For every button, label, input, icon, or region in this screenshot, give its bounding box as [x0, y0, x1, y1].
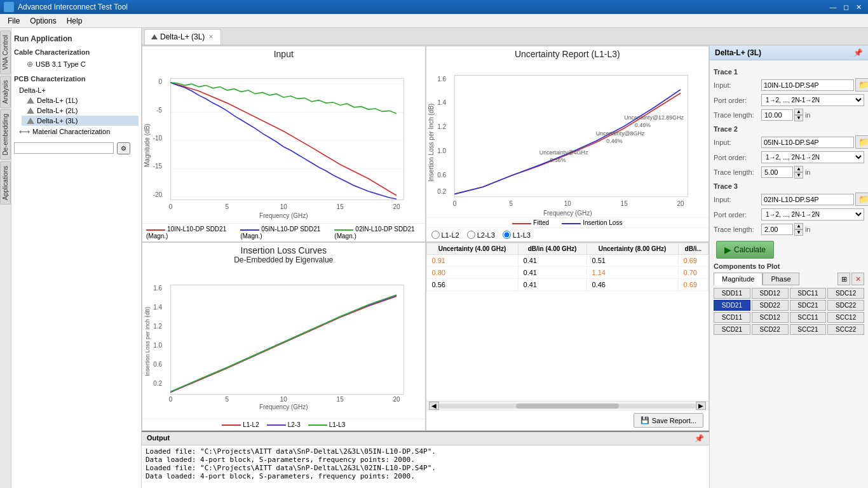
config-panel-title: Delta-L+ (3L) — [715, 48, 761, 57]
comp-scc12[interactable]: SCC12 — [827, 312, 864, 323]
comp-sdc21[interactable]: SDC21 — [790, 300, 827, 311]
trace3-spin-up[interactable]: ▲ — [794, 223, 803, 229]
nav-delta-l-plus[interactable]: Delta-L+ — [14, 85, 139, 95]
trace1-file-button[interactable]: 📁 — [855, 78, 868, 92]
trace3-spin-down[interactable]: ▼ — [794, 229, 803, 236]
trace2-spin-down[interactable]: ▼ — [794, 172, 803, 179]
comp-scd12[interactable]: SCD12 — [752, 312, 789, 323]
nav-delta-l-3l[interactable]: Delta-L+ (3L) — [22, 116, 139, 126]
minimize-button[interactable]: — — [827, 3, 839, 11]
radio-l1l3-input[interactable] — [503, 231, 511, 239]
comp-scc11[interactable]: SCC11 — [790, 312, 827, 323]
table-icon-button[interactable]: ⊞ — [837, 273, 850, 285]
nav-delta-l-1l[interactable]: Delta-L+ (1L) — [22, 95, 139, 105]
calculate-label: Calculate — [734, 245, 766, 254]
comp-scd11[interactable]: SCD11 — [714, 312, 750, 323]
vtab-deembedding[interactable]: De-embedding — [0, 109, 11, 160]
unc-legend-blue: Insertion Loss — [562, 219, 622, 226]
uncertainty-chart-body: 1.6 1.4 1.2 1.0 0.6 0.2 Insertion Loss p… — [426, 60, 709, 217]
vtab-analysis[interactable]: Analysis — [0, 76, 11, 108]
svg-text:Insertion Loss per Inch (dB): Insertion Loss per Inch (dB) — [144, 307, 151, 376]
delete-icon-button[interactable]: ✕ — [851, 273, 864, 285]
trace1-length-input[interactable] — [761, 109, 793, 121]
config-pin-button[interactable]: 📌 — [853, 48, 863, 57]
unc-legend-red: Fitted — [512, 219, 549, 226]
vtab-applications[interactable]: Applications — [0, 161, 11, 205]
run-app-header: Run Application — [14, 34, 139, 43]
trace3-port-select[interactable]: 1→2, ..., 2N-1→2N — [761, 208, 864, 220]
comp-sdd11[interactable]: SDD11 — [714, 288, 750, 299]
trace2-port-row: Port order: 1→2, ..., 2N-1→2N — [714, 151, 864, 163]
menu-help[interactable]: Help — [62, 15, 88, 27]
insertion-loss-chart-body: 1.6 1.4 1.2 1.0 0.6 0.2 Insertion Loss p… — [142, 264, 425, 419]
radio-l2l3-input[interactable] — [467, 231, 475, 239]
maximize-button[interactable]: ◻ — [840, 3, 851, 11]
comp-sdd22[interactable]: SDD22 — [752, 300, 789, 311]
comp-sdc22[interactable]: SDC22 — [827, 300, 864, 311]
nav-material-char[interactable]: ⟷ Material Characterization — [14, 126, 139, 137]
svg-text:-10: -10 — [153, 135, 163, 142]
save-report-button[interactable]: 💾 Save Report... — [634, 413, 703, 428]
trace2-input-field[interactable] — [761, 137, 854, 148]
radio-l1l3[interactable]: L1-L3 — [503, 231, 531, 239]
trace2-port-select[interactable]: 1→2, ..., 2N-1→2N — [761, 151, 864, 163]
svg-text:1.4: 1.4 — [153, 304, 162, 311]
vertical-tabs: VNA Control Analysis De-embedding Applic… — [0, 28, 11, 488]
save-report-label: Save Report... — [652, 417, 696, 424]
trace3-length-with-unit: ▲ ▼ in — [761, 223, 810, 236]
radio-l1l2-input[interactable] — [431, 231, 440, 239]
scroll-right-button[interactable]: ▶ — [696, 402, 706, 410]
phase-tab[interactable]: Phase — [763, 273, 799, 285]
nav-usb[interactable]: ⊕ USB 3.1 Type C — [22, 58, 139, 70]
comp-scc21[interactable]: SCC21 — [790, 324, 827, 335]
scroll-thumb[interactable] — [516, 403, 619, 409]
comp-sdc12[interactable]: SDC12 — [827, 288, 864, 299]
radio-l1l2[interactable]: L1-L2 — [431, 231, 459, 239]
trace3-spinner: ▲ ▼ — [794, 223, 803, 236]
window-controls: — ◻ ✕ — [827, 3, 864, 11]
comp-sdd21[interactable]: SDD21 — [714, 300, 750, 311]
output-pin-button[interactable]: 📌 — [695, 434, 704, 443]
trace1-input-field[interactable] — [761, 79, 854, 91]
menu-file[interactable]: File — [3, 15, 25, 27]
comp-sdd12[interactable]: SDD12 — [752, 288, 789, 299]
tab-delta-l-3l[interactable]: Delta-L+ (3L) × — [144, 29, 221, 44]
vtab-vna-control[interactable]: VNA Control — [0, 30, 11, 74]
trace1-length-row: Trace length: ▲ ▼ in — [714, 109, 864, 121]
nav-search-input[interactable] — [14, 142, 114, 154]
tab-close-button[interactable]: × — [207, 32, 214, 41]
scroll-left-button[interactable]: ◀ — [429, 402, 439, 410]
comp-sdc11[interactable]: SDC11 — [790, 288, 827, 299]
svg-text:5: 5 — [509, 200, 513, 207]
components-section: Components to Plot Magnitude Phase ⊞ ✕ — [714, 262, 864, 335]
comp-scd21[interactable]: SCD21 — [714, 324, 750, 335]
trace1-spin-down[interactable]: ▼ — [794, 115, 803, 121]
menu-options[interactable]: Options — [25, 15, 61, 27]
pcb-char-header: PCB Characterization — [14, 75, 139, 83]
calculate-button[interactable]: ▶ Calculate — [716, 241, 774, 259]
cell-3-2: 0.41 — [518, 279, 587, 291]
trace3-input-field[interactable] — [761, 194, 854, 205]
radio-l2l3[interactable]: L2-L3 — [467, 231, 495, 239]
trace3-length-input[interactable] — [761, 224, 793, 235]
components-header: Components to Plot — [714, 262, 864, 270]
svg-text:1.2: 1.2 — [437, 123, 446, 130]
trace3-file-button[interactable]: 📁 — [855, 193, 868, 206]
tab-label: Delta-L+ (3L) — [160, 32, 205, 41]
cell-2-1: 0.80 — [426, 267, 518, 279]
nav-settings-button[interactable]: ⚙ — [117, 142, 130, 154]
nav-delta-l-2l[interactable]: Delta-L+ (2L) — [22, 105, 139, 116]
trace1-port-select[interactable]: 1→2, ..., 2N-1→2N — [761, 94, 864, 106]
table-row: 0.91 0.41 0.51 0.69 — [426, 255, 709, 267]
trace2-length-input[interactable] — [761, 166, 793, 178]
comp-scc22[interactable]: SCC22 — [827, 324, 864, 335]
cable-char-header: Cable Characterization — [14, 48, 139, 56]
trace1-spin-up[interactable]: ▲ — [794, 109, 803, 115]
table-scrollbar[interactable]: ◀ ▶ — [426, 401, 709, 410]
magnitude-tab[interactable]: Magnitude — [714, 273, 763, 285]
comp-scd22[interactable]: SCD22 — [752, 324, 789, 335]
trace2-spin-up[interactable]: ▲ — [794, 166, 803, 172]
close-button[interactable]: ✕ — [853, 3, 864, 11]
cell-2-3: 1.14 — [587, 267, 678, 279]
trace2-file-button[interactable]: 📁 — [855, 135, 868, 149]
